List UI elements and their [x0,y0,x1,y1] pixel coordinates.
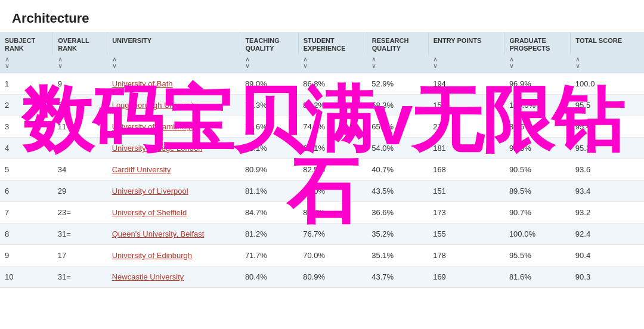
sort-student-experience[interactable]: ∧∨ [298,55,367,73]
col-total-score: TOTAL SCORE [571,32,644,55]
col-student-experience: STUDENTEXPERIENCE [298,32,367,55]
sort-total-score[interactable]: ∧∨ [571,55,644,73]
university-link[interactable]: Loughborough University [112,101,199,110]
cell-research: 40.7% [367,159,428,181]
sort-research-quality[interactable]: ∧∨ [367,55,428,73]
cell-teaching: 80.4% [240,266,298,288]
cell-student: 76.7% [298,224,367,245]
sort-entry-points[interactable]: ∧∨ [428,55,504,73]
table-row: 311University of Cambridge74.6%74.2%65.5… [0,116,644,138]
cell-university[interactable]: University of Cambridge [107,116,240,138]
cell-research: 52.9% [367,73,428,95]
university-link[interactable]: Queen's University, Belfast [112,229,205,238]
cell-research: 36.6% [367,202,428,224]
cell-research: 65.5% [367,116,428,138]
cell-research: 35.1% [367,245,428,266]
col-research-quality: RESEARCHQUALITY [367,32,428,55]
university-link[interactable]: University of Liverpool [112,187,188,195]
cell-university[interactable]: University of Liverpool [107,181,240,202]
cell-entry: 155 [428,224,504,245]
cell-rank: 3 [0,116,53,138]
cell-university[interactable]: Cardiff University [107,159,240,181]
cell-university[interactable]: University College London [107,138,240,159]
university-link[interactable]: University College London [112,144,203,153]
cell-graduate: 100.0% [504,95,571,116]
cell-student: 80.2% [298,95,367,116]
table-row: 27Loughborough University79.3%80.2%58.3%… [0,95,644,116]
cell-university[interactable]: Queen's University, Belfast [107,224,240,245]
cell-total: 93.6 [571,159,644,181]
cell-entry: 178 [428,245,504,266]
cell-teaching: 84.7% [240,202,298,224]
cell-teaching: 53.1% [240,138,298,159]
cell-teaching: 80.9% [240,159,298,181]
cell-student: 86.8% [298,73,367,95]
cell-teaching: 81.2% [240,224,298,245]
cell-overall: 31= [53,224,107,245]
cell-university[interactable]: Newcastle University [107,266,240,288]
cell-overall: 9 [53,73,107,95]
rankings-table: SUBJECTRANK OVERALLRANK UNIVERSITY TEACH… [0,32,644,288]
col-entry-points: ENTRY POINTS [428,32,504,55]
cell-research: 43.7% [367,266,428,288]
cell-teaching: 71.7% [240,245,298,266]
cell-rank: 1 [0,73,53,95]
table-row: 723=University of Sheffield84.7%84.7%36.… [0,202,644,224]
cell-rank: 9 [0,245,53,266]
university-link[interactable]: University of Sheffield [112,208,187,217]
cell-research: 43.5% [367,181,428,202]
cell-student: 80.9% [298,266,367,288]
cell-overall: 11 [53,116,107,138]
col-subject-rank: SUBJECTRANK [0,32,53,55]
cell-entry: 173 [428,202,504,224]
university-link[interactable]: University of Bath [112,79,173,88]
table-row: 629University of Liverpool81.1%89.0%43.5… [0,181,644,202]
cell-research: 54.0% [367,138,428,159]
cell-teaching: 74.6% [240,116,298,138]
university-link[interactable]: Cardiff University [112,165,171,174]
cell-university[interactable]: University of Bath [107,73,240,95]
cell-teaching: 89.0% [240,73,298,95]
cell-total: 95.5 [571,95,644,116]
cell-entry: 194 [428,73,504,95]
cell-university[interactable]: University of Edinburgh [107,245,240,266]
sort-graduate-prospects[interactable]: ∧∨ [504,55,571,73]
cell-total: 95.4 [571,116,644,138]
sort-subject-rank[interactable]: ∧∨ [0,55,53,73]
cell-graduate: 90.7% [504,202,571,224]
cell-graduate: 81.6% [504,266,571,288]
university-link[interactable]: Newcastle University [112,272,184,281]
cell-overall: 29 [53,181,107,202]
cell-total: 90.3 [571,266,644,288]
cell-university[interactable]: University of Sheffield [107,202,240,224]
cell-student: 74.2% [298,116,367,138]
cell-entry: 151 [428,181,504,202]
cell-graduate: 95.5% [504,245,571,266]
cell-overall: 31= [53,266,107,288]
cell-graduate: 90.5% [504,159,571,181]
table-row: 534Cardiff University80.9%82.5%40.7%1689… [0,159,644,181]
sort-teaching-quality[interactable]: ∧∨ [240,55,298,73]
sort-overall-rank[interactable]: ∧∨ [53,55,107,73]
university-link[interactable]: University of Edinburgh [112,251,192,260]
cell-student: 82.5% [298,159,367,181]
cell-student: 89.0% [298,181,367,202]
cell-graduate: 83.5% [504,116,571,138]
sort-university[interactable]: ∧∨ [107,55,240,73]
table-row: 831=Queen's University, Belfast81.2%76.7… [0,224,644,245]
cell-total: 90.4 [571,245,644,266]
column-headers: SUBJECTRANK OVERALLRANK UNIVERSITY TEACH… [0,32,644,55]
cell-research: 58.3% [367,95,428,116]
cell-university[interactable]: Loughborough University [107,95,240,116]
cell-total: 100.0 [571,73,644,95]
cell-research: 35.2% [367,224,428,245]
cell-rank: 5 [0,159,53,181]
university-link[interactable]: University of Cambridge [112,122,195,131]
col-teaching-quality: TEACHINGQUALITY [240,32,298,55]
cell-overall: 34 [53,159,107,181]
cell-graduate: 89.5% [504,181,571,202]
sort-arrows-row[interactable]: ∧∨ ∧∨ ∧∨ ∧∨ ∧∨ ∧∨ ∧∨ ∧∨ ∧∨ [0,55,644,73]
cell-overall: 8 [53,138,107,159]
cell-overall: 23= [53,202,107,224]
cell-teaching: 79.3% [240,95,298,116]
